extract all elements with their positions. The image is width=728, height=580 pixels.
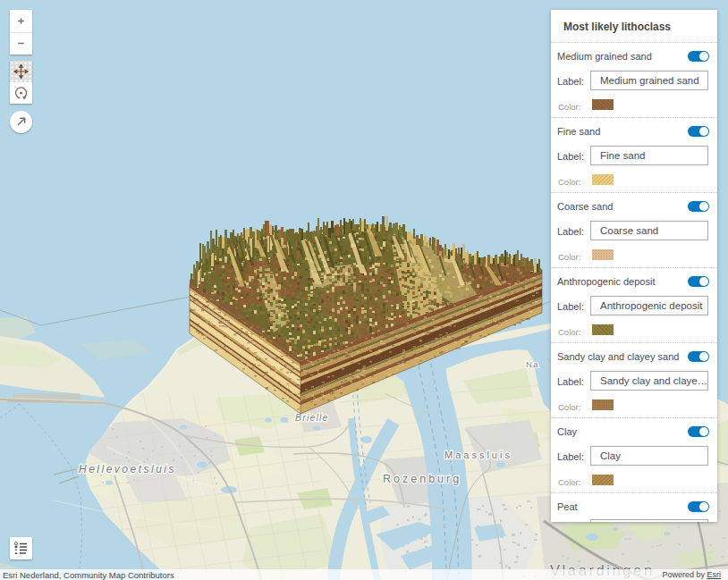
svg-text:Hellevoetsluis: Hellevoetsluis: [79, 463, 176, 475]
svg-text:Na: Na: [526, 359, 539, 369]
svg-text:Rozenburg: Rozenburg: [383, 473, 461, 485]
svg-text:Maassluis: Maassluis: [444, 450, 512, 460]
